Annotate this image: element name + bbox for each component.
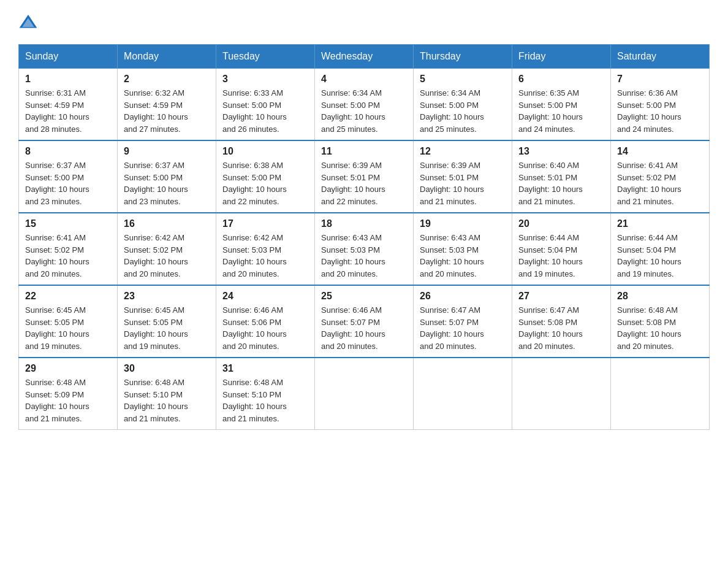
calendar-cell: 3 Sunrise: 6:33 AM Sunset: 5:00 PM Dayli…: [216, 69, 315, 141]
calendar-cell: 4 Sunrise: 6:34 AM Sunset: 5:00 PM Dayli…: [315, 69, 414, 141]
calendar-cell: [512, 358, 611, 430]
day-info: Sunrise: 6:47 AM Sunset: 5:08 PM Dayligh…: [518, 305, 583, 351]
day-info: Sunrise: 6:39 AM Sunset: 5:01 PM Dayligh…: [420, 161, 484, 206]
header-day-saturday: Saturday: [611, 45, 710, 69]
day-info: Sunrise: 6:37 AM Sunset: 5:00 PM Dayligh…: [124, 161, 188, 206]
calendar-cell: 11 Sunrise: 6:39 AM Sunset: 5:01 PM Dayl…: [315, 140, 414, 213]
day-number: 18: [321, 218, 407, 229]
header-day-sunday: Sunday: [19, 45, 118, 69]
calendar-week-row: 22 Sunrise: 6:45 AM Sunset: 5:05 PM Dayl…: [19, 285, 710, 358]
calendar-cell: 17 Sunrise: 6:42 AM Sunset: 5:03 PM Dayl…: [216, 213, 315, 285]
day-number: 25: [321, 291, 407, 302]
calendar-cell: 8 Sunrise: 6:37 AM Sunset: 5:00 PM Dayli…: [19, 140, 118, 213]
header-day-tuesday: Tuesday: [216, 45, 315, 69]
day-info: Sunrise: 6:40 AM Sunset: 5:01 PM Dayligh…: [518, 161, 583, 206]
day-number: 4: [321, 74, 407, 85]
day-info: Sunrise: 6:48 AM Sunset: 5:08 PM Dayligh…: [617, 305, 681, 351]
calendar-cell: [611, 358, 710, 430]
day-number: 8: [25, 146, 111, 157]
day-number: 12: [420, 146, 506, 157]
calendar-cell: 15 Sunrise: 6:41 AM Sunset: 5:02 PM Dayl…: [19, 213, 118, 285]
calendar-week-row: 1 Sunrise: 6:31 AM Sunset: 4:59 PM Dayli…: [19, 69, 710, 141]
day-info: Sunrise: 6:33 AM Sunset: 5:00 PM Dayligh…: [222, 88, 287, 134]
calendar-cell: 13 Sunrise: 6:40 AM Sunset: 5:01 PM Dayl…: [512, 140, 611, 213]
calendar-header-row: SundayMondayTuesdayWednesdayThursdayFrid…: [19, 45, 710, 69]
day-number: 17: [222, 218, 308, 229]
day-info: Sunrise: 6:48 AM Sunset: 5:10 PM Dayligh…: [124, 378, 188, 423]
page-header: [18, 12, 710, 32]
day-info: Sunrise: 6:43 AM Sunset: 5:03 PM Dayligh…: [420, 233, 484, 278]
calendar-cell: 25 Sunrise: 6:46 AM Sunset: 5:07 PM Dayl…: [315, 285, 414, 358]
calendar-week-row: 29 Sunrise: 6:48 AM Sunset: 5:09 PM Dayl…: [19, 358, 710, 430]
calendar-cell: 2 Sunrise: 6:32 AM Sunset: 4:59 PM Dayli…: [118, 69, 216, 141]
day-info: Sunrise: 6:36 AM Sunset: 5:00 PM Dayligh…: [617, 88, 681, 134]
day-info: Sunrise: 6:45 AM Sunset: 5:05 PM Dayligh…: [124, 305, 188, 351]
calendar-cell: 9 Sunrise: 6:37 AM Sunset: 5:00 PM Dayli…: [118, 140, 216, 213]
day-number: 10: [222, 146, 308, 157]
day-info: Sunrise: 6:41 AM Sunset: 5:02 PM Dayligh…: [25, 233, 89, 278]
header-day-wednesday: Wednesday: [315, 45, 414, 69]
calendar-cell: 27 Sunrise: 6:47 AM Sunset: 5:08 PM Dayl…: [512, 285, 611, 358]
header-day-monday: Monday: [118, 45, 216, 69]
calendar-cell: 22 Sunrise: 6:45 AM Sunset: 5:05 PM Dayl…: [19, 285, 118, 358]
day-info: Sunrise: 6:44 AM Sunset: 5:04 PM Dayligh…: [617, 233, 681, 278]
day-number: 28: [617, 291, 703, 302]
day-number: 14: [617, 146, 703, 157]
day-number: 21: [617, 218, 703, 229]
day-info: Sunrise: 6:48 AM Sunset: 5:10 PM Dayligh…: [222, 378, 287, 423]
day-number: 27: [518, 291, 604, 302]
day-info: Sunrise: 6:45 AM Sunset: 5:05 PM Dayligh…: [25, 305, 89, 351]
calendar-cell: 26 Sunrise: 6:47 AM Sunset: 5:07 PM Dayl…: [414, 285, 512, 358]
day-number: 7: [617, 74, 703, 85]
day-number: 15: [25, 218, 111, 229]
day-number: 5: [420, 74, 506, 85]
calendar-cell: 28 Sunrise: 6:48 AM Sunset: 5:08 PM Dayl…: [611, 285, 710, 358]
day-info: Sunrise: 6:44 AM Sunset: 5:04 PM Dayligh…: [518, 233, 583, 278]
calendar-cell: 1 Sunrise: 6:31 AM Sunset: 4:59 PM Dayli…: [19, 69, 118, 141]
calendar-cell: [414, 358, 512, 430]
logo: [18, 12, 42, 32]
day-number: 30: [124, 363, 210, 374]
calendar-cell: 29 Sunrise: 6:48 AM Sunset: 5:09 PM Dayl…: [19, 358, 118, 430]
calendar-cell: 20 Sunrise: 6:44 AM Sunset: 5:04 PM Dayl…: [512, 213, 611, 285]
day-number: 11: [321, 146, 407, 157]
calendar-cell: 23 Sunrise: 6:45 AM Sunset: 5:05 PM Dayl…: [118, 285, 216, 358]
day-number: 6: [518, 74, 604, 85]
day-info: Sunrise: 6:34 AM Sunset: 5:00 PM Dayligh…: [420, 88, 484, 134]
day-info: Sunrise: 6:42 AM Sunset: 5:03 PM Dayligh…: [222, 233, 287, 278]
day-info: Sunrise: 6:37 AM Sunset: 5:00 PM Dayligh…: [25, 161, 89, 206]
day-number: 2: [124, 74, 210, 85]
day-number: 31: [222, 363, 308, 374]
day-info: Sunrise: 6:42 AM Sunset: 5:02 PM Dayligh…: [124, 233, 188, 278]
logo-icon: [18, 12, 38, 32]
calendar-cell: 24 Sunrise: 6:46 AM Sunset: 5:06 PM Dayl…: [216, 285, 315, 358]
day-info: Sunrise: 6:41 AM Sunset: 5:02 PM Dayligh…: [617, 161, 681, 206]
day-number: 24: [222, 291, 308, 302]
calendar-cell: 30 Sunrise: 6:48 AM Sunset: 5:10 PM Dayl…: [118, 358, 216, 430]
calendar-cell: 12 Sunrise: 6:39 AM Sunset: 5:01 PM Dayl…: [414, 140, 512, 213]
day-info: Sunrise: 6:32 AM Sunset: 4:59 PM Dayligh…: [124, 88, 188, 134]
day-number: 1: [25, 74, 111, 85]
day-number: 16: [124, 218, 210, 229]
calendar-table: SundayMondayTuesdayWednesdayThursdayFrid…: [18, 44, 710, 430]
day-info: Sunrise: 6:39 AM Sunset: 5:01 PM Dayligh…: [321, 161, 385, 206]
day-info: Sunrise: 6:31 AM Sunset: 4:59 PM Dayligh…: [25, 88, 89, 134]
calendar-cell: 5 Sunrise: 6:34 AM Sunset: 5:00 PM Dayli…: [414, 69, 512, 141]
calendar-cell: 31 Sunrise: 6:48 AM Sunset: 5:10 PM Dayl…: [216, 358, 315, 430]
calendar-cell: 7 Sunrise: 6:36 AM Sunset: 5:00 PM Dayli…: [611, 69, 710, 141]
calendar-cell: 10 Sunrise: 6:38 AM Sunset: 5:00 PM Dayl…: [216, 140, 315, 213]
calendar-week-row: 8 Sunrise: 6:37 AM Sunset: 5:00 PM Dayli…: [19, 140, 710, 213]
calendar-cell: 18 Sunrise: 6:43 AM Sunset: 5:03 PM Dayl…: [315, 213, 414, 285]
calendar-week-row: 15 Sunrise: 6:41 AM Sunset: 5:02 PM Dayl…: [19, 213, 710, 285]
day-number: 13: [518, 146, 604, 157]
day-number: 19: [420, 218, 506, 229]
calendar-cell: 16 Sunrise: 6:42 AM Sunset: 5:02 PM Dayl…: [118, 213, 216, 285]
header-day-friday: Friday: [512, 45, 611, 69]
calendar-cell: 6 Sunrise: 6:35 AM Sunset: 5:00 PM Dayli…: [512, 69, 611, 141]
day-info: Sunrise: 6:47 AM Sunset: 5:07 PM Dayligh…: [420, 305, 484, 351]
day-number: 9: [124, 146, 210, 157]
day-info: Sunrise: 6:46 AM Sunset: 5:06 PM Dayligh…: [222, 305, 287, 351]
calendar-cell: 21 Sunrise: 6:44 AM Sunset: 5:04 PM Dayl…: [611, 213, 710, 285]
day-info: Sunrise: 6:35 AM Sunset: 5:00 PM Dayligh…: [518, 88, 583, 134]
calendar-cell: 14 Sunrise: 6:41 AM Sunset: 5:02 PM Dayl…: [611, 140, 710, 213]
